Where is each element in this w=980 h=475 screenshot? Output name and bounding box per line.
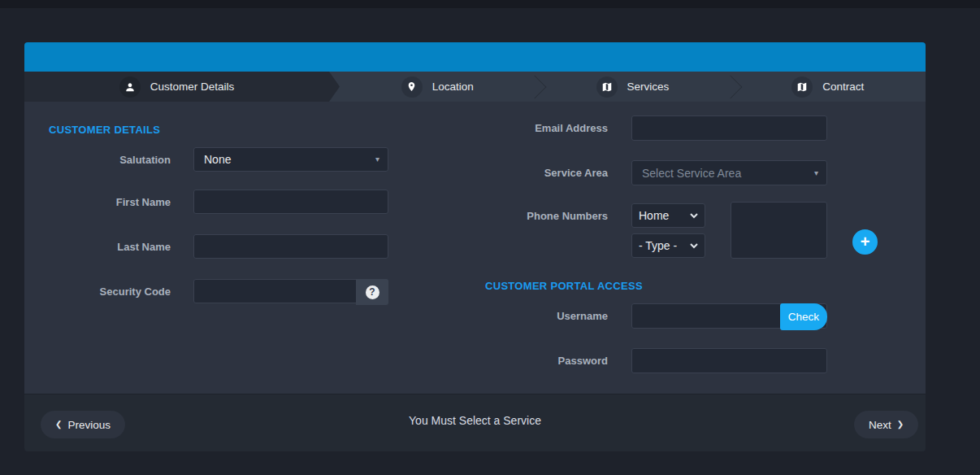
- chevron-right-icon: ❯: [897, 421, 904, 429]
- wizard-step-bar: Customer Details Location Services Contr…: [24, 72, 926, 102]
- phone-location-select[interactable]: Home: [631, 203, 705, 228]
- service-area-label: Service Area: [470, 160, 608, 185]
- tab-label: Customer Details: [150, 81, 235, 93]
- next-button-label: Next: [869, 419, 891, 431]
- salutation-select[interactable]: None ▾: [193, 147, 388, 172]
- security-code-label: Security Code: [33, 279, 171, 303]
- service-area-placeholder: Select Service Area: [642, 167, 741, 180]
- phone-location-value: Home: [639, 209, 669, 222]
- tab-label: Location: [432, 81, 474, 93]
- tab-label: Contract: [822, 81, 864, 93]
- phone-numbers-label: Phone Numbers: [470, 203, 608, 228]
- wizard-header-bar: [24, 42, 926, 72]
- phone-type-select[interactable]: - Type -: [631, 233, 705, 258]
- previous-button-label: Previous: [67, 419, 111, 431]
- map-icon: [596, 76, 618, 98]
- portal-access-heading: CUSTOMER PORTAL ACCESS: [485, 280, 643, 292]
- chevron-left-icon: ❮: [55, 421, 62, 429]
- username-field: Check: [631, 303, 827, 329]
- next-button[interactable]: Next ❯: [854, 411, 918, 438]
- email-input[interactable]: [631, 115, 827, 141]
- security-code-help-button[interactable]: ?: [356, 279, 388, 305]
- password-label: Password: [470, 348, 608, 373]
- map-icon: [791, 76, 813, 98]
- password-input[interactable]: [631, 348, 827, 373]
- tab-customer-details[interactable]: Customer Details: [24, 72, 340, 102]
- tab-location[interactable]: Location: [340, 72, 535, 102]
- salutation-label: Salutation: [33, 147, 171, 172]
- plus-icon: +: [861, 233, 870, 250]
- user-icon: [119, 76, 141, 98]
- tab-label: Services: [627, 81, 670, 93]
- question-icon: ?: [366, 285, 379, 299]
- previous-button[interactable]: ❮ Previous: [41, 411, 125, 438]
- email-label: Email Address: [470, 115, 608, 141]
- first-name-label: First Name: [33, 190, 171, 214]
- salutation-value: None: [204, 153, 231, 166]
- security-code-field: ?: [193, 279, 388, 303]
- phone-type-value: - Type -: [639, 239, 677, 252]
- caret-down-icon: ▾: [814, 169, 818, 177]
- service-area-select[interactable]: Select Service Area ▾: [631, 160, 827, 185]
- username-label: Username: [470, 303, 608, 329]
- wizard-window: Customer Details Location Services Contr…: [0, 0, 980, 475]
- security-code-input[interactable]: [194, 280, 355, 303]
- last-name-label: Last Name: [33, 234, 171, 259]
- customer-details-heading: CUSTOMER DETAILS: [49, 124, 160, 136]
- tab-services[interactable]: Services: [535, 72, 730, 102]
- phone-number-input[interactable]: [731, 202, 827, 259]
- map-pin-icon: [401, 76, 423, 98]
- last-name-input[interactable]: [193, 234, 388, 259]
- window-top-strip: [0, 0, 980, 8]
- caret-down-icon: ▾: [375, 155, 379, 163]
- check-username-button[interactable]: Check: [780, 303, 827, 330]
- chevron-down-icon: [690, 213, 698, 219]
- first-name-input[interactable]: [193, 190, 388, 214]
- username-input[interactable]: [632, 304, 780, 328]
- tab-contract[interactable]: Contract: [731, 72, 926, 102]
- wizard-footer: [24, 394, 926, 451]
- chevron-down-icon: [690, 243, 698, 249]
- add-phone-button[interactable]: +: [852, 229, 878, 255]
